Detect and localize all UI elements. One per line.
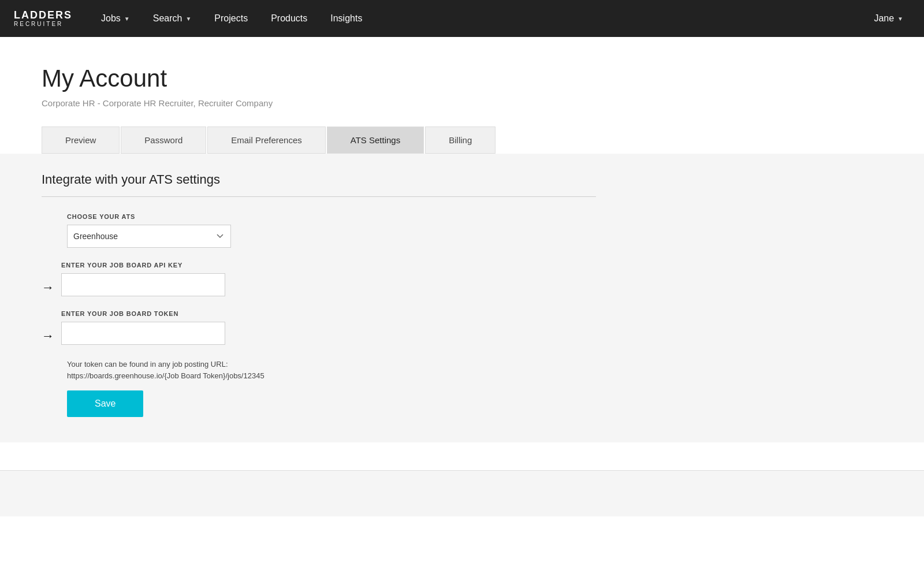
token-hint-line1: Your token can be found in any job posti… xyxy=(67,360,228,369)
api-key-row: → ENTER YOUR JOB BOARD API KEY xyxy=(42,262,596,296)
nav-item-products[interactable]: Products xyxy=(260,9,318,28)
token-row: → ENTER YOUR JOB BOARD TOKEN xyxy=(42,310,596,345)
nav-item-search[interactable]: Search ▼ xyxy=(143,9,202,28)
chevron-down-icon: ▼ xyxy=(185,16,191,22)
page-title: My Account xyxy=(42,65,882,92)
nav-item-jobs[interactable]: Jobs ▼ xyxy=(91,9,140,28)
nav-label-insights: Insights xyxy=(330,13,362,24)
brand-name-top: LADDERS xyxy=(14,10,72,21)
token-label: ENTER YOUR JOB BOARD TOKEN xyxy=(61,310,225,317)
user-name: Jane xyxy=(874,13,894,24)
arrow-icon-2: → xyxy=(42,329,54,344)
chevron-down-icon: ▼ xyxy=(124,16,130,22)
tab-preview[interactable]: Preview xyxy=(42,126,120,154)
token-hint: Your token can be found in any job posti… xyxy=(42,359,596,381)
nav-label-search: Search xyxy=(153,13,182,24)
form-divider xyxy=(42,196,596,197)
api-key-input[interactable] xyxy=(61,273,225,296)
tabs: Preview Password Email Preferences ATS S… xyxy=(42,126,882,154)
arrow-icon: → xyxy=(42,280,54,295)
ats-label: CHOOSE YOUR ATS xyxy=(67,213,596,220)
nav-label-projects: Projects xyxy=(214,13,248,24)
navbar: LADDERS RECRUITER Jobs ▼ Search ▼ Projec… xyxy=(0,0,924,37)
form-section-title: Integrate with your ATS settings xyxy=(42,172,596,187)
nav-items: Jobs ▼ Search ▼ Projects Products Insigh… xyxy=(91,9,867,28)
token-group: ENTER YOUR JOB BOARD TOKEN xyxy=(61,310,225,345)
main-content: My Account Corporate HR - Corporate HR R… xyxy=(0,37,924,154)
user-menu[interactable]: Jane ▼ xyxy=(867,9,910,28)
token-input[interactable] xyxy=(61,322,225,345)
nav-item-projects[interactable]: Projects xyxy=(204,9,258,28)
brand-name-bottom: RECRUITER xyxy=(14,21,72,27)
api-key-label: ENTER YOUR JOB BOARD API KEY xyxy=(61,262,225,269)
ats-select-group: CHOOSE YOUR ATS Greenhouse Lever Workday… xyxy=(42,213,596,248)
nav-label-products: Products xyxy=(271,13,307,24)
page-subtitle: Corporate HR - Corporate HR Recruiter, R… xyxy=(42,98,882,108)
chevron-down-icon: ▼ xyxy=(897,16,903,22)
nav-right: Jane ▼ xyxy=(867,9,910,28)
bottom-section xyxy=(0,470,924,516)
tab-password[interactable]: Password xyxy=(121,126,206,154)
token-hint-line2: https://boards.greenhouse.io/{Job Board … xyxy=(67,371,264,380)
api-key-group: ENTER YOUR JOB BOARD API KEY xyxy=(61,262,225,296)
tab-email-preferences[interactable]: Email Preferences xyxy=(207,126,326,154)
nav-label-jobs: Jobs xyxy=(101,13,121,24)
save-button[interactable]: Save xyxy=(67,390,143,417)
tab-billing[interactable]: Billing xyxy=(425,126,495,154)
form-area: Integrate with your ATS settings CHOOSE … xyxy=(0,154,924,442)
ats-select[interactable]: Greenhouse Lever Workday iCIMS Taleo Oth… xyxy=(67,225,231,248)
form-card: Integrate with your ATS settings CHOOSE … xyxy=(42,172,596,417)
brand-logo[interactable]: LADDERS RECRUITER xyxy=(14,10,72,28)
nav-item-insights[interactable]: Insights xyxy=(320,9,372,28)
tab-ats-settings[interactable]: ATS Settings xyxy=(327,126,424,154)
